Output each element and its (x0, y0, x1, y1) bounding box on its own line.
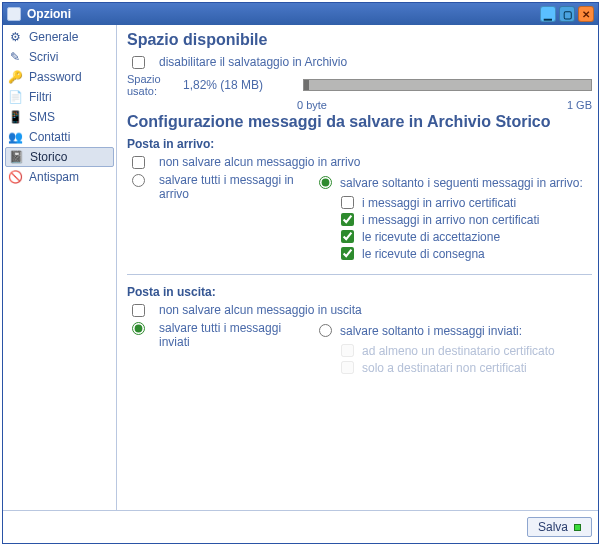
main-panel: Spazio disponibile disabilitare il salva… (117, 25, 598, 510)
space-heading: Spazio disponibile (127, 31, 592, 49)
sidebar-item-label: SMS (29, 110, 55, 124)
options-window: Opzioni ▁ ▢ ✕ ⚙ Generale ✎ Scrivi 🔑 Pass… (2, 2, 599, 544)
inbox-all-label: salvare tutti i messaggi in arrivo (159, 173, 294, 201)
disable-archive-checkbox[interactable] (132, 56, 145, 69)
titlebar: Opzioni ▁ ▢ ✕ (3, 3, 598, 25)
sidebar-item-label: Generale (29, 30, 78, 44)
sidebar-item-label: Password (29, 70, 82, 84)
filter-icon: 📄 (7, 89, 23, 105)
save-button-label: Salva (538, 520, 568, 534)
inbox-all-radio[interactable] (132, 174, 145, 187)
sidebar-item-antispam[interactable]: 🚫 Antispam (3, 167, 116, 187)
maximize-button[interactable]: ▢ (559, 6, 575, 22)
outbox-sub-label: ad almeno un destinatario certificato (362, 344, 555, 358)
sidebar-item-label: Antispam (29, 170, 79, 184)
gear-icon: ⚙ (7, 29, 23, 45)
inbox-sub-delivery-receipt-checkbox[interactable] (341, 247, 354, 260)
config-heading: Configurazione messaggi da salvare in Ar… (127, 113, 592, 131)
sidebar-item-label: Filtri (29, 90, 52, 104)
divider (127, 274, 592, 275)
save-indicator-icon (574, 524, 581, 531)
minimize-button[interactable]: ▁ (540, 6, 556, 22)
save-button[interactable]: Salva (527, 517, 592, 537)
sidebar-item-label: Scrivi (29, 50, 58, 64)
sidebar-item-storico[interactable]: 📓 Storico (5, 147, 114, 167)
window-title: Opzioni (27, 7, 71, 21)
contacts-icon: 👥 (7, 129, 23, 145)
outbox-some-radio[interactable] (319, 324, 332, 337)
inbox-some-radio[interactable] (319, 176, 332, 189)
inbox-sub-label: le ricevute di consegna (362, 247, 485, 261)
outbox-none-label: non salvare alcun messaggio in uscita (159, 303, 362, 317)
inbox-sub-noncertified-checkbox[interactable] (341, 213, 354, 226)
outbox-some-label: salvare soltanto i messaggi inviati: (340, 324, 522, 338)
block-icon: 🚫 (7, 169, 23, 185)
outbox-sub-certified-checkbox (341, 344, 354, 357)
sidebar-item-label: Contatti (29, 130, 70, 144)
inbox-some-label: salvare soltanto i seguenti messaggi in … (340, 176, 583, 190)
outbox-none-checkbox[interactable] (132, 304, 145, 317)
inbox-title: Posta in arrivo: (127, 137, 592, 151)
footer: Salva (3, 510, 598, 543)
key-icon: 🔑 (7, 69, 23, 85)
disable-archive-label: disabilitare il salvataggio in Archivio (159, 55, 347, 69)
outbox-all-radio[interactable] (132, 322, 145, 335)
inbox-sub-certified-checkbox[interactable] (341, 196, 354, 209)
sidebar-item-label: Storico (30, 150, 67, 164)
usage-bar-fill (304, 80, 309, 90)
sidebar-item-scrivi[interactable]: ✎ Scrivi (3, 47, 116, 67)
sidebar-item-filtri[interactable]: 📄 Filtri (3, 87, 116, 107)
sidebar-item-contatti[interactable]: 👥 Contatti (3, 127, 116, 147)
sidebar-item-generale[interactable]: ⚙ Generale (3, 27, 116, 47)
usage-text: 1,82% (18 MB) (183, 78, 293, 92)
usage-bar (303, 79, 592, 91)
app-icon (7, 7, 21, 21)
pencil-icon: ✎ (7, 49, 23, 65)
outbox-all-label: salvare tutti i messaggi inviati (159, 321, 281, 349)
phone-icon: 📱 (7, 109, 23, 125)
sidebar-item-password[interactable]: 🔑 Password (3, 67, 116, 87)
inbox-sub-accept-receipt-checkbox[interactable] (341, 230, 354, 243)
outbox-sub-noncertified-checkbox (341, 361, 354, 374)
inbox-sub-label: i messaggi in arrivo non certificati (362, 213, 539, 227)
inbox-sub-label: i messaggi in arrivo certificati (362, 196, 516, 210)
close-button[interactable]: ✕ (578, 6, 594, 22)
scale-max: 1 GB (567, 99, 592, 111)
scale-min: 0 byte (297, 99, 327, 111)
inbox-none-label: non salvare alcun messaggio in arrivo (159, 155, 360, 169)
sidebar: ⚙ Generale ✎ Scrivi 🔑 Password 📄 Filtri … (3, 25, 117, 510)
sidebar-item-sms[interactable]: 📱 SMS (3, 107, 116, 127)
inbox-sub-label: le ricevute di accettazione (362, 230, 500, 244)
usage-caption: Spazio usato: (127, 73, 173, 97)
history-icon: 📓 (8, 149, 24, 165)
outbox-title: Posta in uscita: (127, 285, 592, 299)
outbox-sub-label: solo a destinatari non certificati (362, 361, 527, 375)
inbox-none-checkbox[interactable] (132, 156, 145, 169)
